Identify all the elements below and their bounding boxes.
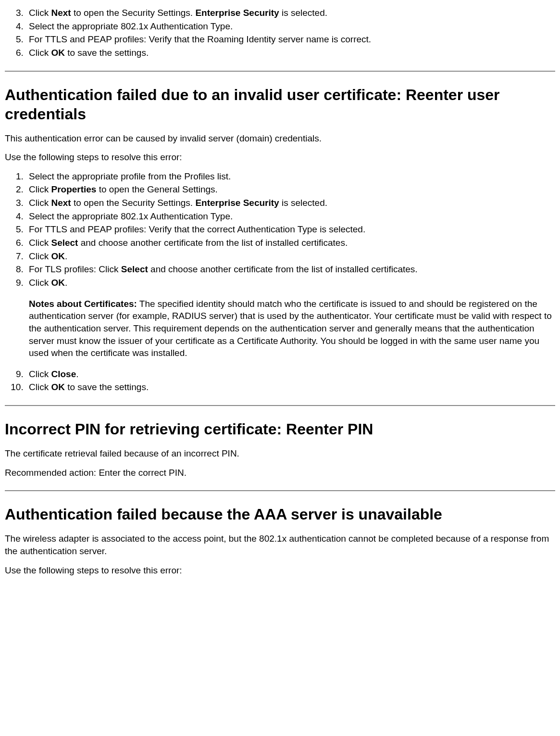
list-item: Click OK. Notes about Certificates: The … — [26, 277, 555, 359]
paragraph: This authentication error can be caused … — [5, 132, 555, 145]
paragraph: Use the following steps to resolve this … — [5, 564, 555, 577]
paragraph: Recommended action: Enter the correct PI… — [5, 467, 555, 479]
previous-section-steps: Click Next to open the Security Settings… — [5, 7, 555, 59]
list-item: Click OK. — [26, 250, 555, 263]
list-item: For TTLS and PEAP profiles: Verify that … — [26, 33, 555, 46]
list-item: For TLS profiles: Click Select and choos… — [26, 263, 555, 276]
certificate-note: Notes about Certificates: The specified … — [29, 298, 555, 359]
list-item: Click Next to open the Security Settings… — [26, 7, 555, 19]
section-heading-aaa-unavailable: Authentication failed because the AAA se… — [5, 505, 555, 524]
divider — [5, 490, 555, 491]
section-heading-incorrect-pin: Incorrect PIN for retrieving certificate… — [5, 419, 555, 439]
paragraph: Use the following steps to resolve this … — [5, 151, 555, 164]
list-item: Click Select and choose another certific… — [26, 237, 555, 249]
list-item: Select the appropriate 802.1x Authentica… — [26, 210, 555, 223]
steps-list-invalid-cert: Select the appropriate profile from the … — [5, 170, 555, 359]
list-item: For TTLS and PEAP profiles: Verify that … — [26, 223, 555, 236]
list-item: Click OK to save the settings. — [26, 381, 555, 393]
divider — [5, 71, 555, 72]
list-item: Select the appropriate profile from the … — [26, 170, 555, 183]
list-item: Select the appropriate 802.1x Authentica… — [26, 20, 555, 33]
list-item: Click Close. — [26, 368, 555, 381]
steps-list-invalid-cert-cont: Click Close. Click OK to save the settin… — [5, 368, 555, 393]
paragraph: The wireless adapter is associated to th… — [5, 533, 555, 557]
divider — [5, 405, 555, 406]
list-item: Click OK to save the settings. — [26, 47, 555, 59]
list-item: Click Properties to open the General Set… — [26, 183, 555, 196]
section-heading-invalid-cert: Authentication failed due to an invalid … — [5, 85, 555, 124]
list-item: Click Next to open the Security Settings… — [26, 197, 555, 209]
paragraph: The certificate retrieval failed because… — [5, 447, 555, 460]
